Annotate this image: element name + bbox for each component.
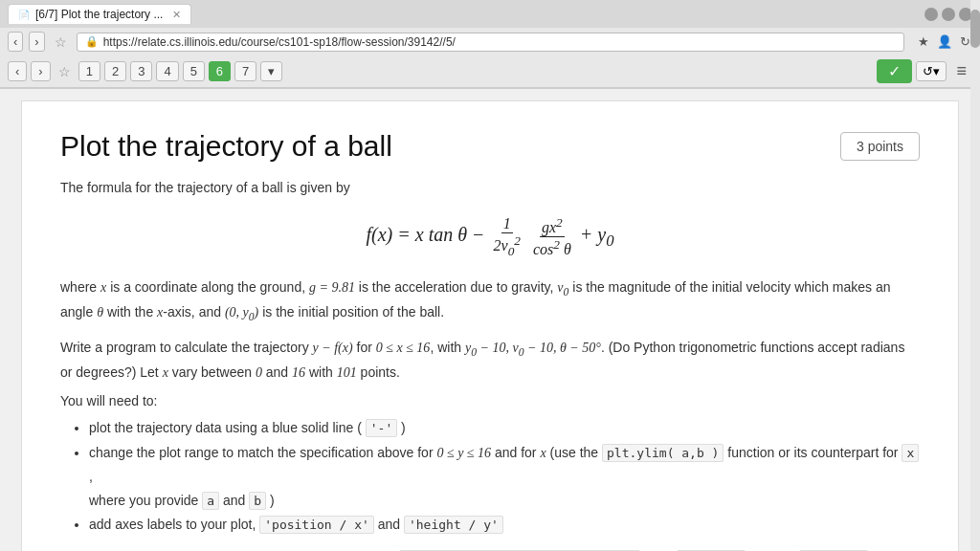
code-ylim: plt.ylim( a,b ) bbox=[602, 444, 724, 462]
address-bar-row: ‹ › ☆ 🔒 https://relate.cs.illinois.edu/c… bbox=[0, 28, 980, 55]
page-2-button[interactable]: 2 bbox=[104, 61, 126, 81]
page-5-button[interactable]: 5 bbox=[183, 61, 205, 81]
page-1-button[interactable]: 1 bbox=[78, 61, 100, 81]
formula-block: f(x) = x tan θ − 1 2v02 gx2 cos2 θ + y0 bbox=[60, 215, 920, 259]
scrollbar[interactable] bbox=[970, 0, 980, 551]
toolbar-star[interactable]: ☆ bbox=[55, 62, 75, 81]
back-button[interactable]: ‹ bbox=[8, 32, 23, 52]
bullet-2: change the plot range to match the speci… bbox=[89, 441, 920, 514]
description-text: where x is a coordinate along the ground… bbox=[60, 276, 920, 327]
page-content: 3 points Plot the trajectory of a ball T… bbox=[21, 100, 959, 551]
address-actions: ★ 👤 ↻ bbox=[916, 33, 972, 51]
page-3-button[interactable]: 3 bbox=[130, 61, 152, 81]
lock-icon: 🔒 bbox=[85, 35, 99, 48]
next-page-button[interactable]: › bbox=[31, 61, 50, 81]
bullet-1: plot the trajectory data using a blue so… bbox=[89, 416, 920, 440]
minimize-button[interactable] bbox=[924, 8, 938, 21]
formula-fraction: 1 2v02 bbox=[490, 224, 529, 245]
extensions-button[interactable]: ★ bbox=[916, 33, 931, 51]
task-text: Write a program to calculate the traject… bbox=[60, 337, 920, 385]
page-6-button[interactable]: 6 bbox=[209, 61, 231, 81]
tab-title: [6/7] Plot the trajectory ... bbox=[35, 8, 163, 21]
task-list: plot the trajectory data using a blue so… bbox=[89, 416, 920, 537]
browser-chrome: 📄 [6/7] Plot the trajectory ... ✕ ‹ › ☆ … bbox=[0, 0, 980, 89]
code-label1: 'position / x' bbox=[259, 516, 374, 534]
code-dash: '-' bbox=[366, 419, 397, 437]
and-text: and bbox=[223, 493, 245, 508]
scrollbar-thumb[interactable] bbox=[970, 10, 980, 48]
submit-button[interactable]: ✓ bbox=[877, 59, 912, 83]
tab-icon: 📄 bbox=[18, 10, 30, 20]
undo-button[interactable]: ↺▾ bbox=[916, 61, 947, 81]
code-x: x bbox=[902, 444, 919, 462]
you-need-label: You will need to: bbox=[60, 393, 920, 408]
title-bar: 📄 [6/7] Plot the trajectory ... ✕ bbox=[0, 0, 980, 28]
forward-button[interactable]: › bbox=[29, 32, 44, 52]
url-text: https://relate.cs.illinois.edu/course/cs… bbox=[103, 35, 456, 49]
address-bar[interactable]: 🔒 https://relate.cs.illinois.edu/course/… bbox=[77, 33, 904, 52]
formula-rhs: gx2 cos2 θ + y0 bbox=[529, 224, 614, 245]
browser-tab[interactable]: 📄 [6/7] Plot the trajectory ... ✕ bbox=[8, 4, 191, 24]
profile-button[interactable]: 👤 bbox=[935, 33, 954, 51]
window-controls bbox=[924, 8, 972, 21]
page-title: Plot the trajectory of a ball bbox=[60, 130, 920, 163]
code-b: b bbox=[249, 492, 266, 510]
toolbar-row: ‹ › ☆ 1 2 3 4 5 6 7 ▾ ✓ ↺▾ ≡ bbox=[0, 55, 980, 88]
restore-button[interactable] bbox=[942, 8, 955, 21]
page-dropdown-button[interactable]: ▾ bbox=[260, 61, 282, 81]
formula-lhs: f(x) = x tan θ − bbox=[366, 224, 484, 245]
page-4-button[interactable]: 4 bbox=[156, 61, 178, 81]
code-label2: 'height / y' bbox=[404, 516, 503, 534]
bookmark-button[interactable]: ☆ bbox=[51, 33, 71, 52]
code-a: a bbox=[202, 492, 219, 510]
bullet-3: add axes labels to your plot, 'position … bbox=[89, 513, 920, 537]
hamburger-menu[interactable]: ≡ bbox=[950, 59, 972, 83]
intro-text: The formula for the trajectory of a ball… bbox=[60, 178, 920, 198]
points-badge: 3 points bbox=[840, 132, 920, 161]
tab-close-button[interactable]: ✕ bbox=[172, 9, 181, 21]
prev-page-button[interactable]: ‹ bbox=[8, 61, 27, 81]
page-7-button[interactable]: 7 bbox=[234, 61, 256, 81]
